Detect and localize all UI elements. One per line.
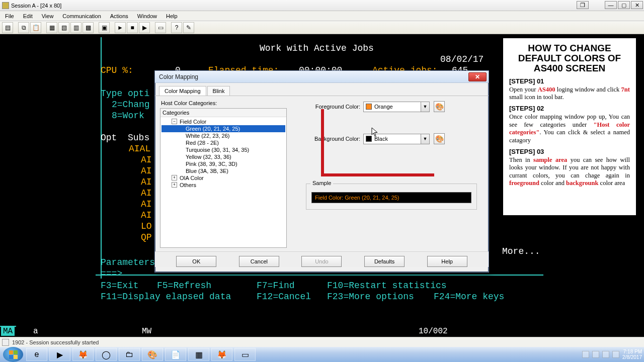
toolbar-recv-icon[interactable]: ▧ [58, 22, 69, 33]
taskbar-notepad-icon[interactable]: 📄 [165, 348, 186, 361]
list-item: AI [141, 177, 152, 187]
undo-button[interactable]: Undo [301, 256, 342, 267]
toolbar-help-icon[interactable]: ? [171, 22, 182, 33]
tree-node-others[interactable]: +Others [162, 182, 285, 189]
close-button[interactable]: ✕ [631, 1, 643, 9]
window-titlebar: Session A - [24 x 80] ❐ — ▢ ✕ [0, 0, 644, 11]
list-item: QP [141, 232, 152, 242]
oia-mw: MW [142, 327, 151, 336]
type-options: Type opti [101, 88, 149, 99]
window-statusbar: 1902 - Session successfully started [0, 337, 644, 347]
step-3-heading: [STEPS] 03 [509, 148, 630, 155]
toolbar-paste-icon[interactable]: 📋 [30, 22, 41, 33]
panel-heading: HOW TO CHANGE DEFAULT COLORS OF AS400 SC… [509, 43, 630, 73]
toolbar-send-icon[interactable]: ▦ [46, 22, 57, 33]
dialog-close-button[interactable]: ✕ [468, 72, 487, 81]
chevron-down-icon[interactable]: ▼ [421, 134, 429, 144]
window-restore-icon[interactable]: ❐ [577, 1, 589, 9]
fkey-f11: F11=Display elapsed data [101, 292, 231, 302]
oia-a: a [33, 327, 38, 336]
sample-box: Sample Field Color: Green (20, 21, 24, 2… [306, 184, 477, 210]
chevron-down-icon[interactable]: ▼ [421, 102, 429, 112]
dialog-title: Color Mapping [155, 71, 489, 83]
tree-node-field-color[interactable]: −Field Color [162, 118, 285, 125]
taskbar-media-icon[interactable]: ▶ [49, 348, 70, 361]
tree-item-white[interactable]: White (22, 23, 26) [162, 132, 285, 139]
tree-item-yellow[interactable]: Yellow (32, 33, 36) [162, 153, 285, 160]
dialog-tabs: Color Mapping Blink [155, 83, 489, 96]
sample-label: Sample [310, 180, 333, 186]
tree-item-green[interactable]: Green (20, 21, 24, 25) [162, 125, 285, 132]
tree-item-blue[interactable]: Blue (3A, 3B, 3E) [162, 167, 285, 174]
oia-line: MA a MW 10/002 [0, 327, 644, 337]
taskbar-firefox-icon[interactable]: 🦊 [72, 348, 94, 361]
toolbar: ▤ ⧉ 📋 ▦ ▧ ▥ ▩ ▣ ► ■ ▶ ▭ ? ✎ [0, 21, 644, 34]
menu-file[interactable]: File [2, 12, 17, 20]
toolbar-disp-icon[interactable]: ▥ [70, 22, 82, 33]
toolbar-copy-icon[interactable]: ⧉ [18, 22, 29, 33]
tab-blink[interactable]: Blink [207, 86, 230, 96]
minimize-button[interactable]: — [605, 1, 617, 9]
toolbar-stop-icon[interactable]: ■ [127, 22, 138, 33]
tray-clock[interactable]: 7:18 PM2/8/2017 [622, 349, 642, 360]
toolbar-map-icon[interactable]: ▣ [99, 22, 110, 33]
categories-tree[interactable]: Categories −Field Color Green (20, 21, 2… [160, 108, 287, 248]
taskbar-paint-icon[interactable]: 🎨 [142, 348, 163, 361]
status-icon [2, 339, 9, 346]
parameters-label: Parameters [101, 257, 155, 267]
tray-battery-icon[interactable] [612, 351, 619, 358]
foreground-color-value: Orange [374, 104, 393, 110]
start-button[interactable] [3, 347, 23, 362]
tab-color-mapping[interactable]: Color Mapping [159, 86, 206, 96]
background-palette-button[interactable]: 🎨 [434, 133, 445, 144]
defaults-button[interactable]: Defaults [364, 256, 405, 267]
toolbar-icon-1[interactable]: ▤ [2, 22, 13, 33]
taskbar-chrome-icon[interactable]: ◯ [96, 348, 117, 361]
taskbar-firefox2-icon[interactable]: 🦊 [211, 348, 232, 361]
taskbar: e ▶ 🦊 ◯ 🗀 🎨 📄 ▦ 🦊 ▭ 7:18 PM2/8/2017 [0, 347, 644, 362]
list-item: AIAL [129, 144, 150, 154]
opt-2: 2=Chang [112, 100, 150, 110]
help-button[interactable]: Help [427, 256, 467, 267]
foreground-palette-button[interactable]: 🎨 [434, 101, 445, 112]
menu-comm[interactable]: Communication [59, 12, 104, 20]
menu-edit[interactable]: Edit [20, 12, 36, 20]
tree-item-red[interactable]: Red (28 - 2E) [162, 139, 285, 146]
taskbar-explorer-icon[interactable]: 🗀 [119, 348, 140, 361]
tray-network-icon[interactable] [592, 351, 599, 358]
taskbar-session-icon[interactable]: ▭ [234, 348, 256, 361]
toolbar-record-icon[interactable]: ► [115, 22, 126, 33]
taskbar-ie-icon[interactable]: e [26, 348, 47, 361]
menu-view[interactable]: View [39, 12, 57, 20]
menu-help[interactable]: Help [163, 12, 181, 20]
toolbar-clipboard-icon[interactable]: ▭ [155, 22, 166, 33]
step-3-text: Then in sample area you can see how will… [509, 156, 630, 188]
color-mapping-dialog: Color Mapping ✕ Color Mapping Blink Host… [154, 70, 489, 273]
tray-flag-icon[interactable] [582, 351, 589, 358]
tree-item-turquoise[interactable]: Turquoise (30, 31, 34, 35) [162, 146, 285, 153]
fkey-f23: F23=More options [327, 292, 414, 302]
list-item: AI [141, 210, 152, 220]
maximize-button[interactable]: ▢ [618, 1, 630, 9]
list-item: AI [141, 166, 152, 176]
menu-actions[interactable]: Actions [107, 12, 131, 20]
categories-header: Categories [160, 109, 286, 117]
toolbar-color-icon[interactable]: ▩ [83, 22, 94, 33]
tree-item-pink[interactable]: Pink (38, 39, 3C, 3D) [162, 160, 285, 167]
dialog-button-row: OK Cancel Undo Defaults Help [155, 251, 489, 267]
toolbar-gear-icon[interactable]: ✎ [183, 22, 194, 33]
app-icon [2, 2, 9, 9]
cpu-label: CPU %: [101, 65, 133, 75]
cancel-button[interactable]: Cancel [239, 256, 279, 267]
taskbar-app-icon[interactable]: ▦ [188, 348, 209, 361]
menu-window[interactable]: Window [134, 12, 160, 20]
foreground-color-combo[interactable]: Orange ▼ [363, 102, 430, 112]
toolbar-play-icon[interactable]: ▶ [139, 22, 150, 33]
tray-volume-icon[interactable] [602, 351, 609, 358]
tree-node-oia[interactable]: +OIA Color [162, 174, 285, 182]
ok-button[interactable]: OK [176, 256, 216, 267]
window-title: Session A - [24 x 80] [11, 3, 61, 9]
fg-swatch-icon [366, 104, 372, 110]
fkey-f24: F24=More keys [434, 292, 504, 302]
list-item: AI [141, 188, 152, 198]
